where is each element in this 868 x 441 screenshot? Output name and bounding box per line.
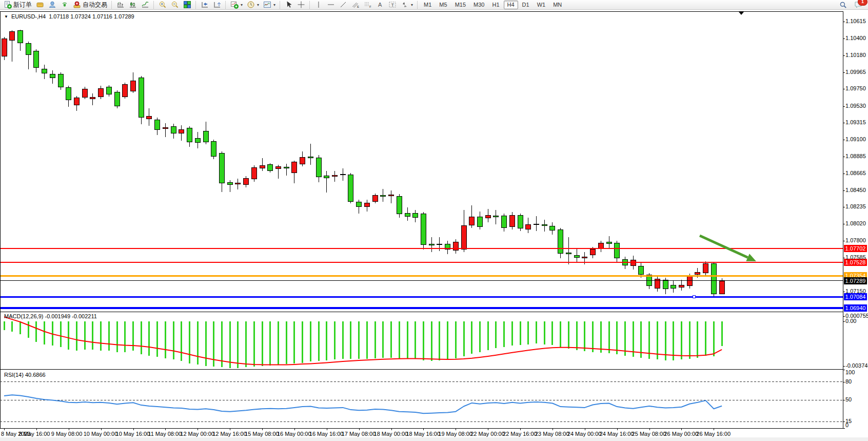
templates-button[interactable]: ▾ (261, 0, 278, 10)
candle-body (300, 157, 305, 164)
chart-symbol-label: EURUSD-,H4 (11, 13, 46, 20)
price-axis-label: 1.10400 (845, 35, 866, 41)
toolbar-separator (417, 1, 418, 9)
crosshair-tool-button[interactable] (295, 0, 307, 10)
macd-histogram-bar (326, 321, 327, 360)
macd-histogram-bar (423, 321, 424, 360)
indicator-lines-layer (0, 0, 868, 441)
tab-m1[interactable]: M1 (420, 1, 435, 9)
horizontal-line-icon (327, 1, 335, 9)
add-indicator-button[interactable]: ▾ (228, 0, 245, 10)
deposit-button[interactable] (34, 0, 46, 10)
time-axis-label: 26 May 00:00 (664, 431, 698, 437)
line-chart-button[interactable] (139, 0, 151, 10)
horizontal-line-tool-button[interactable] (325, 0, 337, 10)
toolbar-separator (153, 1, 154, 9)
arrows-tool-button[interactable]: ▾ (399, 0, 415, 10)
candle-body (493, 216, 499, 217)
macd-histogram-bar (19, 321, 21, 334)
candle-wick (568, 237, 569, 264)
macd-histogram-bar (221, 321, 223, 368)
price-axis-label: 1.08665 (845, 170, 866, 176)
zoom-in-button[interactable] (156, 0, 169, 10)
candle-body (163, 127, 168, 129)
macd-histogram-bar (455, 321, 457, 358)
macd-histogram-bar (173, 321, 174, 360)
fibonacci-tool-button[interactable]: F (362, 0, 374, 10)
cursor-tool-button[interactable] (283, 0, 295, 10)
time-axis-label: 10 May 00:00 (84, 431, 118, 437)
macd-histogram-bar (229, 321, 231, 368)
candle-body (9, 31, 15, 41)
candle-body (187, 128, 192, 142)
price-axis-label: 1.07585 (845, 254, 866, 260)
candlestick-chart-button[interactable] (127, 0, 139, 10)
candle-body (50, 74, 55, 78)
chart-shift-button[interactable] (199, 0, 211, 10)
macd-histogram-bar (141, 321, 142, 355)
macd-histogram-bar (84, 321, 86, 350)
candle-body (638, 266, 644, 275)
tab-m15[interactable]: M15 (451, 1, 469, 9)
channel-tool-button[interactable]: E (349, 0, 362, 10)
pane-border (0, 11, 1, 428)
vertical-line-tool-button[interactable] (312, 0, 325, 10)
price-axis-label: 1.09100 (845, 136, 866, 142)
candle-body (477, 217, 483, 227)
signals-button[interactable] (58, 0, 71, 10)
timeframe-menu-button[interactable]: ▾ (245, 0, 261, 10)
tab-w1[interactable]: W1 (534, 1, 549, 9)
candle-body (179, 129, 184, 133)
search-icon (839, 1, 847, 9)
macd-histogram-bar (262, 321, 263, 366)
macd-histogram-bar (624, 321, 626, 356)
macd-histogram-bar (511, 321, 513, 346)
rsi-axis-label: 0 (845, 422, 849, 428)
macd-histogram-bar (487, 321, 489, 350)
chart-plot[interactable]: ▼ EURUSD-,H4 1.07118 1.07324 1.07116 1.0… (0, 0, 868, 441)
macd-axis-label: 0.00 (845, 318, 856, 324)
auto-scroll-icon (213, 1, 221, 9)
tab-h4[interactable]: H4 (504, 1, 518, 9)
text-label-tool-button[interactable]: T (386, 0, 399, 10)
zoom-out-button[interactable] (169, 0, 181, 10)
candle-body (356, 202, 362, 207)
macd-histogram-bar (576, 321, 578, 350)
macd-histogram-bar (527, 321, 529, 344)
chat-button[interactable]: 1 (852, 0, 864, 10)
auto-scroll-button[interactable] (211, 0, 223, 10)
tab-m30[interactable]: M30 (470, 1, 488, 9)
macd-histogram-bar (608, 321, 610, 353)
tab-d1[interactable]: D1 (519, 1, 533, 9)
horizontal-level-line (0, 248, 843, 249)
tile-windows-button[interactable] (181, 0, 193, 10)
candle-wick (92, 93, 93, 105)
time-axis-label: 22 May 16:00 (503, 431, 537, 437)
candle-body (509, 215, 515, 227)
macd-histogram-bar (665, 321, 666, 360)
search-button[interactable] (837, 0, 849, 10)
time-axis-label: 17 May 08:00 (342, 431, 376, 437)
candle-wick (165, 123, 166, 137)
trendline-tool-button[interactable] (337, 0, 349, 10)
annotation-arrow-shaft[interactable] (700, 236, 748, 258)
candle-body (195, 138, 201, 143)
bar-chart-button[interactable] (114, 0, 127, 10)
collapse-triangle-icon[interactable]: ▼ (4, 14, 8, 19)
macd-histogram-bar (390, 321, 392, 358)
candle-body (412, 213, 418, 218)
tab-h1[interactable]: H1 (488, 1, 503, 9)
text-icon: A (376, 1, 384, 9)
notification-badge: 1 (858, 0, 867, 6)
macd-histogram-bar (293, 321, 295, 363)
community-button[interactable] (46, 0, 58, 10)
tab-m5[interactable]: M5 (436, 1, 450, 9)
new-order-button[interactable]: 新订单 (2, 0, 34, 10)
tab-mn[interactable]: MN (549, 1, 565, 9)
macd-histogram-bar (334, 321, 336, 360)
auto-trading-button[interactable]: 自动交易 (71, 0, 109, 10)
crosshair-icon (297, 1, 305, 9)
svg-text:T: T (391, 3, 394, 8)
text-tool-button[interactable]: A (374, 0, 386, 10)
rsi-axis-label: 100 (845, 369, 855, 375)
